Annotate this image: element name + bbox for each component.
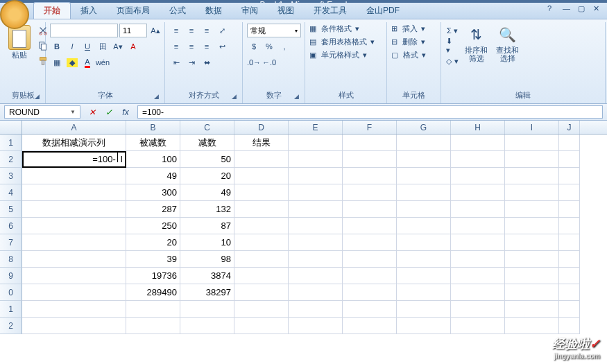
row-header[interactable]: 2 [0,318,22,334]
cell[interactable] [22,234,126,251]
col-header-G[interactable]: G [397,121,451,134]
cell[interactable] [451,318,505,334]
font-launcher-icon[interactable]: ◢ [154,93,162,101]
row-header[interactable]: 8 [0,251,22,268]
cell[interactable] [397,151,451,168]
align-right-button[interactable]: ≡ [200,40,214,53]
wrap-text-button[interactable]: ↩ [215,40,229,53]
cell[interactable] [559,318,580,334]
cell[interactable]: 被减数 [126,135,180,151]
cell[interactable]: 300 [126,184,180,201]
cell[interactable]: 50 [180,151,234,168]
sort-filter-button[interactable]: ⇅ 排序和 筛选 [462,24,490,64]
tab-pdf[interactable]: 金山PDF [357,3,409,19]
col-header-E[interactable]: E [289,121,343,134]
col-header-J[interactable]: J [559,121,580,134]
col-header-D[interactable]: D [234,121,289,134]
cell[interactable] [289,184,343,201]
cell[interactable] [126,318,180,334]
cell[interactable] [451,201,505,218]
align-bottom-button[interactable]: ≡ [200,24,214,37]
cell[interactable] [397,234,451,251]
percent-button[interactable]: % [262,40,276,53]
cell[interactable] [505,218,559,234]
cell[interactable] [505,268,559,284]
cancel-formula-button[interactable]: ✕ [85,106,100,119]
phonetic-button[interactable]: wén [96,55,110,69]
cell[interactable]: =100- I [22,151,126,168]
cell[interactable] [234,251,289,268]
tab-view[interactable]: 视图 [268,3,304,19]
cell[interactable] [559,135,580,151]
cell[interactable]: 49 [126,168,180,184]
col-header-C[interactable]: C [180,121,234,134]
insert-function-button[interactable]: fx [118,106,133,119]
cell[interactable]: 结果 [234,135,289,151]
currency-button[interactable]: $ [247,40,261,53]
cell[interactable] [505,151,559,168]
cell[interactable] [234,284,289,301]
cell[interactable] [397,201,451,218]
name-box[interactable]: ROUND ▼ [4,105,80,119]
cell[interactable]: 3874 [180,268,234,284]
cell[interactable] [289,301,343,318]
cell[interactable] [505,318,559,334]
cell[interactable] [451,234,505,251]
align-left-button[interactable]: ≡ [169,40,183,53]
cell[interactable] [22,184,126,201]
cell[interactable]: 132 [180,201,234,218]
cell[interactable] [289,251,343,268]
cell[interactable] [559,301,580,318]
tab-formulas[interactable]: 公式 [160,3,196,19]
row-header[interactable]: 3 [0,168,22,184]
cell[interactable] [234,184,289,201]
cell[interactable] [559,284,580,301]
cell[interactable] [234,268,289,284]
cell[interactable] [343,284,397,301]
grow-font-button[interactable]: A▴ [148,24,162,37]
cell[interactable] [126,301,180,318]
cell[interactable] [289,218,343,234]
row-header[interactable]: 2 [0,151,22,168]
cell[interactable] [397,168,451,184]
col-header-F[interactable]: F [343,121,397,134]
cell[interactable] [451,218,505,234]
cell[interactable] [22,284,126,301]
cell[interactable] [343,251,397,268]
cell[interactable] [397,218,451,234]
cell[interactable] [343,234,397,251]
cell[interactable] [397,251,451,268]
row-header[interactable]: 4 [0,184,22,201]
fill-down-button[interactable]: ⬇ ▾ [445,39,459,53]
orientation-button[interactable]: ⤢ [215,24,229,37]
cell[interactable]: 减数 [180,135,234,151]
increase-indent-button[interactable]: ⇥ [185,55,198,69]
cell[interactable] [505,201,559,218]
cell[interactable] [559,184,580,201]
cell[interactable] [451,151,505,168]
cell[interactable] [505,135,559,151]
row-header[interactable]: 5 [0,201,22,218]
cell[interactable]: 98 [180,251,234,268]
cell[interactable]: 49 [180,184,234,201]
cell[interactable] [289,268,343,284]
col-header-B[interactable]: B [126,121,180,134]
cell[interactable] [289,151,343,168]
cell[interactable] [22,168,126,184]
insert-cells-button[interactable]: ⊞ 插入 ▾ [391,24,426,34]
cell[interactable]: 289490 [126,284,180,301]
cell[interactable] [22,268,126,284]
office-button[interactable] [0,0,29,29]
cell[interactable]: 39 [126,251,180,268]
cell[interactable] [451,184,505,201]
paste-button[interactable]: 粘贴 [6,24,33,62]
cell[interactable] [22,251,126,268]
cell[interactable] [397,318,451,334]
cell[interactable] [22,318,126,334]
clear-button[interactable]: ◇ ▾ [445,54,459,68]
align-top-button[interactable]: ≡ [169,24,183,37]
cell-styles-button[interactable]: ▣ 单元格样式 ▾ [309,50,375,60]
cell[interactable] [343,201,397,218]
enter-formula-button[interactable]: ✓ [101,106,117,119]
bold-button[interactable]: B [50,40,64,53]
